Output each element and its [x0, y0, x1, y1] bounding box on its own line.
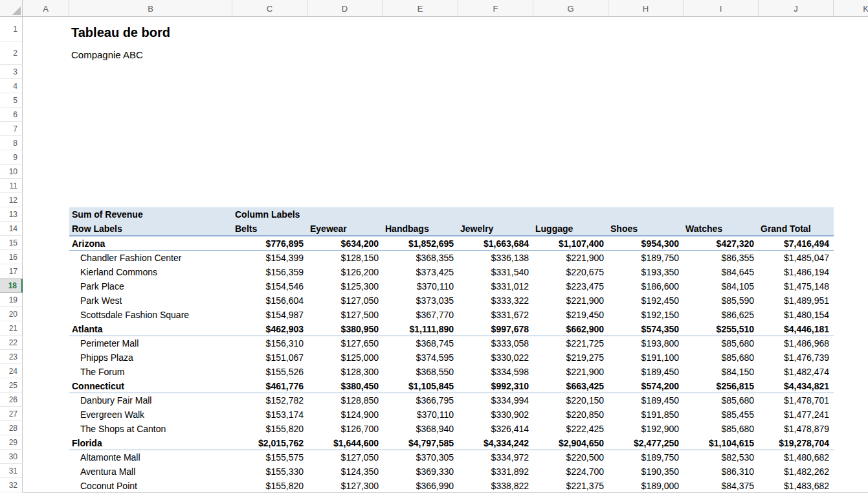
pivot-value-cell[interactable]: $193,800 — [608, 336, 683, 350]
row-header-25[interactable]: 25 — [0, 378, 23, 393]
row-header-1[interactable]: 1 — [0, 17, 23, 41]
pivot-value-cell[interactable]: $380,950 — [307, 322, 383, 336]
pivot-row-label[interactable]: Arizona — [69, 236, 232, 250]
pivot-value-cell[interactable]: $126,700 — [307, 422, 383, 436]
pivot-value-cell[interactable]: $154,987 — [232, 308, 307, 322]
pivot-value-cell[interactable]: $1,483,682 — [758, 479, 833, 493]
pivot-value-cell[interactable]: $368,355 — [383, 251, 458, 265]
page-subtitle[interactable]: Compagnie ABC — [71, 41, 143, 65]
row-header-5[interactable]: 5 — [0, 93, 23, 108]
pivot-value-cell[interactable]: $220,850 — [533, 407, 608, 422]
pivot-column-header[interactable]: Belts — [232, 222, 307, 235]
pivot-row-label[interactable]: Connecticut — [69, 379, 232, 393]
row-header-30[interactable]: 30 — [0, 450, 23, 464]
pivot-value-cell[interactable]: $125,000 — [307, 350, 383, 365]
pivot-value-cell[interactable]: $84,150 — [683, 365, 758, 379]
pivot-value-cell[interactable]: $222,425 — [533, 422, 608, 436]
pivot-value-cell[interactable]: $370,110 — [383, 279, 458, 293]
row-header-26[interactable]: 26 — [0, 393, 23, 407]
pivot-value-cell[interactable]: $367,770 — [383, 308, 458, 322]
pivot-value-cell[interactable]: $1,482,262 — [758, 464, 833, 479]
row-header-32[interactable]: 32 — [0, 478, 23, 492]
pivot-value-cell[interactable]: $370,110 — [383, 407, 458, 422]
pivot-value-cell[interactable]: $84,645 — [683, 265, 758, 279]
pivot-value-cell[interactable]: $191,850 — [608, 407, 683, 422]
pivot-row-label[interactable]: Danbury Fair Mall — [69, 393, 232, 407]
column-header-I[interactable]: I — [684, 0, 759, 17]
pivot-value-cell[interactable]: $219,275 — [533, 350, 608, 365]
pivot-row-labels-cell[interactable]: Row Labels — [69, 222, 232, 235]
pivot-value-cell[interactable]: $2,904,650 — [533, 436, 608, 450]
pivot-column-header[interactable]: Grand Total — [758, 222, 833, 235]
pivot-column-header[interactable]: Watches — [683, 222, 758, 235]
pivot-value-cell[interactable]: $1,489,951 — [758, 293, 833, 308]
pivot-value-cell[interactable]: $326,414 — [458, 422, 533, 436]
pivot-value-cell[interactable]: $128,300 — [307, 365, 383, 379]
column-header-J[interactable]: J — [759, 0, 834, 17]
pivot-row-label[interactable]: Phipps Plaza — [69, 350, 232, 365]
pivot-value-cell[interactable]: $82,530 — [683, 450, 758, 464]
pivot-value-cell[interactable]: $373,425 — [383, 265, 458, 279]
pivot-value-cell[interactable]: $462,903 — [232, 322, 307, 336]
pivot-column-labels-cell[interactable]: Column Labels — [232, 207, 307, 222]
page-title[interactable]: Tableau de bord — [71, 17, 170, 41]
pivot-value-cell[interactable]: $1,644,600 — [307, 436, 383, 450]
pivot-value-cell[interactable]: $776,895 — [232, 236, 307, 250]
pivot-value-cell[interactable]: $427,320 — [683, 236, 758, 250]
pivot-value-cell[interactable]: $127,300 — [307, 479, 383, 493]
pivot-value-cell[interactable]: $7,416,494 — [758, 236, 833, 250]
pivot-value-cell[interactable]: $193,350 — [608, 265, 683, 279]
pivot-value-cell[interactable]: $192,150 — [608, 308, 683, 322]
pivot-value-cell[interactable]: $333,058 — [458, 336, 533, 350]
pivot-row-label[interactable]: The Forum — [69, 365, 232, 379]
pivot-value-cell[interactable]: $992,310 — [458, 379, 533, 393]
pivot-value-cell[interactable]: $1,477,241 — [758, 407, 833, 422]
pivot-value-cell[interactable]: $190,350 — [608, 464, 683, 479]
pivot-row-label[interactable]: Kierland Commons — [69, 265, 232, 279]
pivot-value-cell[interactable]: $220,675 — [533, 265, 608, 279]
pivot-value-cell[interactable]: $155,526 — [232, 365, 307, 379]
pivot-value-cell[interactable]: $221,900 — [533, 293, 608, 308]
row-header-14[interactable]: 14 — [0, 222, 23, 236]
pivot-value-cell[interactable]: $155,820 — [232, 422, 307, 436]
pivot-value-cell[interactable]: $331,540 — [458, 265, 533, 279]
pivot-value-cell[interactable]: $86,310 — [683, 464, 758, 479]
row-header-21[interactable]: 21 — [0, 321, 23, 336]
pivot-value-cell[interactable]: $128,850 — [307, 393, 383, 407]
row-header-28[interactable]: 28 — [0, 421, 23, 435]
pivot-value-cell[interactable]: $574,200 — [608, 379, 683, 393]
pivot-value-cell[interactable]: $368,940 — [383, 422, 458, 436]
pivot-value-cell[interactable]: $153,174 — [232, 407, 307, 422]
pivot-value-cell[interactable]: $1,480,154 — [758, 308, 833, 322]
pivot-value-cell[interactable]: $1,482,474 — [758, 365, 833, 379]
column-header-H[interactable]: H — [608, 0, 684, 17]
pivot-value-cell[interactable]: $219,450 — [533, 308, 608, 322]
pivot-value-cell[interactable]: $221,900 — [533, 251, 608, 265]
pivot-value-cell[interactable]: $1,663,684 — [458, 236, 533, 250]
pivot-column-header[interactable]: Luggage — [533, 222, 608, 235]
pivot-value-cell[interactable]: $334,598 — [458, 365, 533, 379]
pivot-value-cell[interactable]: $2,015,762 — [232, 436, 307, 450]
pivot-value-cell[interactable]: $370,305 — [383, 450, 458, 464]
pivot-value-cell[interactable]: $368,745 — [383, 336, 458, 350]
pivot-row-label[interactable]: Scottsdale Fashion Square — [69, 308, 232, 322]
row-header-7[interactable]: 7 — [0, 122, 23, 136]
pivot-row-label[interactable]: The Shops at Canton — [69, 422, 232, 436]
pivot-value-cell[interactable]: $84,375 — [683, 479, 758, 493]
pivot-row-label[interactable]: Coconut Point — [69, 479, 232, 493]
pivot-value-cell[interactable]: $1,480,682 — [758, 450, 833, 464]
row-header-15[interactable]: 15 — [0, 236, 23, 250]
pivot-value-cell[interactable]: $1,852,695 — [383, 236, 458, 250]
pivot-row-label[interactable]: Chandler Fashion Center — [69, 251, 232, 265]
column-header-A[interactable]: A — [23, 0, 69, 17]
pivot-value-cell[interactable]: $85,680 — [683, 336, 758, 350]
pivot-value-cell[interactable]: $4,446,181 — [758, 322, 833, 336]
row-header-29[interactable]: 29 — [0, 435, 23, 450]
row-header-11[interactable]: 11 — [0, 179, 23, 193]
pivot-value-cell[interactable]: $334,972 — [458, 450, 533, 464]
pivot-value-cell[interactable]: $85,680 — [683, 393, 758, 407]
pivot-value-cell[interactable]: $189,000 — [608, 479, 683, 493]
pivot-value-cell[interactable]: $126,200 — [307, 265, 383, 279]
pivot-value-cell[interactable]: $189,750 — [608, 450, 683, 464]
row-header-8[interactable]: 8 — [0, 136, 23, 150]
